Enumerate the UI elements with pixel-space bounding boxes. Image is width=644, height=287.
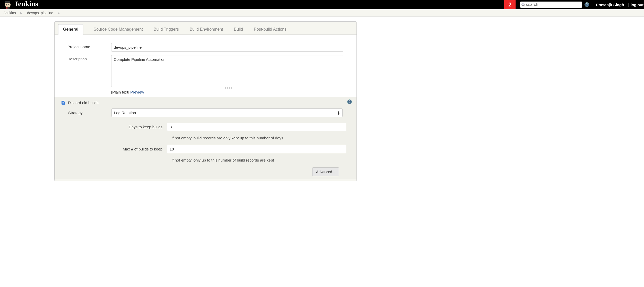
header-divider: | [628,3,629,7]
username-link[interactable]: Prasanjit Singh [596,3,624,7]
discard-section: Discard old builds ? Strategy Log Rotati… [55,97,356,179]
form-area: Project name Description [Plain text] Pr… [55,35,356,179]
config-panel: General Source Code Management Build Tri… [54,21,357,181]
description-textarea[interactable] [111,55,343,87]
label-project-name: Project name [67,43,111,49]
project-name-input[interactable] [111,43,343,52]
row-days: Days to keep builds [111,122,346,132]
tab-build-triggers[interactable]: Build Triggers [153,24,179,35]
tab-scm[interactable]: Source Code Management [93,24,143,35]
search-input[interactable] [526,2,577,7]
help-icon[interactable]: ? [347,99,352,104]
hint-max: if not empty, only up to this number of … [111,154,346,166]
svg-line-7 [524,5,525,6]
preview-link[interactable]: Preview [130,90,144,94]
notification-badge[interactable]: 2 [504,0,516,9]
row-discard: Discard old builds [59,99,346,106]
svg-point-4 [6,4,7,5]
strategy-select[interactable]: Log Rotation [111,108,343,117]
brand-name: Jenkins [14,0,38,8]
tab-post-build[interactable]: Post-build Actions [253,24,287,35]
logout-link[interactable]: log out [631,3,643,7]
advanced-button[interactable]: Advanced... [312,167,339,176]
row-max: Max # of builds to keep [111,144,346,154]
breadcrumb: Jenkins ▶ devops_pipeline ▶ [0,9,644,17]
chevron-right-icon: ▶ [58,12,60,14]
tab-build[interactable]: Build [233,24,244,35]
search-box[interactable] [520,2,582,8]
svg-rect-1 [5,1,10,3]
help-icon[interactable]: ? [585,2,589,7]
description-footer: [Plain text] Preview [111,90,346,94]
top-header: Jenkins 2 ? Prasanjit Singh | log out [0,0,644,9]
search-icon [521,3,525,7]
tab-general[interactable]: General [58,24,83,35]
svg-point-6 [522,3,524,6]
jenkins-mascot-icon [3,0,13,9]
discard-checkbox[interactable] [62,101,65,105]
strategy-sub-rows: Days to keep builds if not empty, build … [59,120,346,176]
hint-days: if not empty, build records are only kep… [111,132,346,144]
label-discard: Discard old builds [68,100,98,105]
label-strategy: Strategy [68,111,111,115]
label-days: Days to keep builds [111,125,167,129]
breadcrumb-item-root[interactable]: Jenkins [4,11,16,15]
svg-rect-3 [6,7,7,9]
tab-build-env[interactable]: Build Environment [189,24,224,35]
label-description: Description [67,55,111,61]
label-max: Max # of builds to keep [111,147,167,151]
row-project-name: Project name [55,42,356,54]
config-tabs: General Source Code Management Build Tri… [55,22,356,35]
row-strategy: Strategy Log Rotation ▲▼ [59,106,346,120]
logo[interactable]: Jenkins [0,0,38,9]
days-input[interactable] [167,123,346,131]
max-input[interactable] [167,145,346,153]
plain-text-label: [Plain text] [111,90,129,94]
resize-grip-icon[interactable] [225,87,233,89]
row-description: Description [Plain text] Preview [55,54,356,97]
header-right: 2 ? Prasanjit Singh | log out [504,0,644,9]
breadcrumb-item-job[interactable]: devops_pipeline [27,11,53,15]
chevron-right-icon: ▶ [20,12,22,14]
svg-point-5 [8,4,9,5]
